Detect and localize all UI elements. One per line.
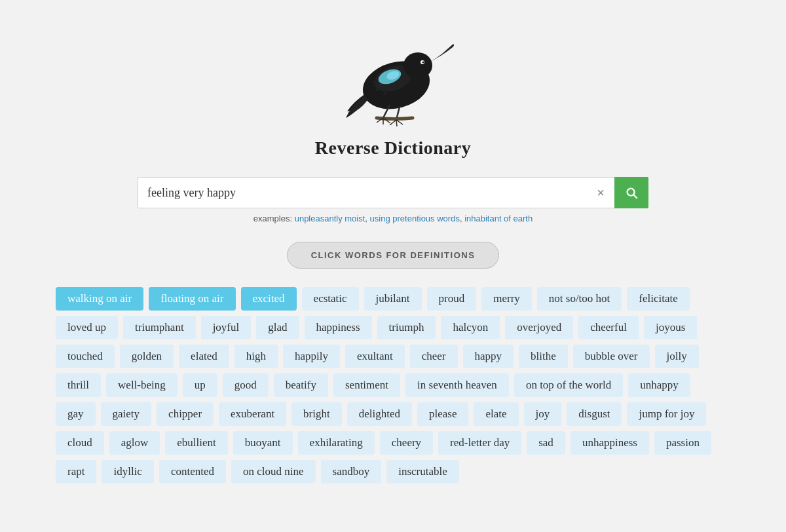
word-tag[interactable]: triumphant	[123, 316, 196, 339]
words-container: walking on airfloating on airexcitedecst…	[49, 287, 737, 484]
word-tag[interactable]: jubilant	[364, 287, 422, 311]
word-tag[interactable]: not so/too hot	[537, 287, 622, 311]
clear-button[interactable]: ×	[587, 177, 614, 208]
example-link-2[interactable]: using pretentious words	[370, 214, 460, 223]
word-tag[interactable]: unhappy	[628, 373, 690, 397]
word-tag[interactable]: joyful	[201, 316, 252, 339]
word-tag[interactable]: gaiety	[101, 402, 152, 426]
word-tag[interactable]: joyous	[644, 316, 697, 339]
word-tag[interactable]: chipper	[157, 402, 214, 426]
word-tag[interactable]: felicitate	[627, 287, 689, 311]
example-link-3[interactable]: inhabitant of earth	[464, 214, 533, 223]
word-tag[interactable]: walking on air	[56, 287, 143, 311]
word-tag[interactable]: glad	[256, 316, 299, 339]
word-tag[interactable]: ebullient	[165, 431, 227, 455]
word-tag[interactable]: golden	[120, 345, 174, 368]
bird-illustration	[321, 13, 465, 131]
word-tag[interactable]: happiness	[305, 316, 372, 339]
word-tag[interactable]: elated	[179, 345, 229, 368]
word-tag[interactable]: high	[234, 345, 278, 368]
word-tag[interactable]: please	[417, 402, 468, 426]
word-tag[interactable]: blithe	[519, 345, 568, 368]
search-icon	[624, 185, 639, 200]
word-tag[interactable]: well-being	[106, 373, 178, 397]
hint-button: CLICK WORDS FOR DEFINITIONS	[287, 242, 500, 269]
word-tag[interactable]: red-letter day	[438, 431, 521, 455]
word-tag[interactable]: joy	[524, 402, 562, 426]
search-row: ×	[138, 177, 648, 208]
word-tag[interactable]: excited	[241, 287, 297, 311]
word-tag[interactable]: unhappiness	[571, 431, 649, 455]
example-link-1[interactable]: unpleasantly moist	[295, 214, 365, 223]
word-tag[interactable]: triumph	[377, 316, 436, 339]
word-tag[interactable]: floating on air	[149, 287, 235, 311]
word-tag[interactable]: gay	[56, 402, 96, 426]
word-tag[interactable]: cheer	[410, 345, 458, 368]
word-tag[interactable]: halcyon	[441, 316, 500, 339]
word-tag[interactable]: beatify	[274, 373, 328, 397]
bird-svg	[328, 16, 458, 128]
word-tag[interactable]: ecstatic	[302, 287, 359, 311]
word-tag[interactable]: passion	[654, 431, 711, 455]
word-tag[interactable]: thrill	[56, 373, 101, 397]
word-tag[interactable]: aglow	[109, 431, 160, 455]
word-tag[interactable]: contented	[159, 460, 226, 484]
word-tag[interactable]: cheerful	[578, 316, 639, 339]
word-tag[interactable]: overjoyed	[505, 316, 573, 339]
svg-point-4	[403, 52, 432, 79]
svg-point-15	[379, 85, 381, 86]
word-tag[interactable]: exhilarating	[298, 431, 375, 455]
search-input[interactable]	[138, 177, 587, 208]
word-tag[interactable]: buoyant	[233, 431, 293, 455]
word-tag[interactable]: bubble over	[573, 345, 650, 368]
word-tag[interactable]: on top of the world	[514, 373, 623, 397]
word-tag[interactable]: cheery	[380, 431, 433, 455]
svg-line-14	[396, 120, 403, 124]
word-tag[interactable]: sad	[527, 431, 565, 455]
svg-point-17	[384, 93, 386, 94]
word-tag[interactable]: elate	[474, 402, 518, 426]
word-tag[interactable]: in seventh heaven	[405, 373, 509, 397]
word-tag[interactable]: touched	[56, 345, 115, 368]
word-tag[interactable]: loved up	[56, 316, 118, 339]
word-tag[interactable]: jolly	[655, 345, 699, 368]
examples-row: examples: unpleasantly moist, using pret…	[253, 214, 533, 223]
word-tag[interactable]: delighted	[347, 402, 412, 426]
word-tag[interactable]: exuberant	[219, 402, 286, 426]
word-tag[interactable]: proud	[427, 287, 477, 311]
word-tag[interactable]: rapt	[56, 460, 96, 484]
word-tag[interactable]: jump for joy	[627, 402, 706, 426]
svg-point-6	[422, 62, 424, 64]
word-tag[interactable]: exultant	[345, 345, 405, 368]
svg-line-12	[390, 120, 396, 125]
word-tag[interactable]: merry	[481, 287, 532, 311]
word-tag[interactable]: happy	[463, 345, 514, 368]
svg-point-16	[376, 89, 377, 90]
word-tag[interactable]: bright	[291, 402, 342, 426]
word-tag[interactable]: on cloud nine	[231, 460, 316, 484]
word-tag[interactable]: up	[183, 373, 217, 397]
word-tag[interactable]: disgust	[567, 402, 622, 426]
search-area: × examples: unpleasantly moist, using pr…	[0, 177, 786, 223]
word-tag[interactable]: idyllic	[102, 460, 153, 484]
search-button[interactable]	[614, 177, 648, 208]
word-tag[interactable]: sentiment	[333, 373, 400, 397]
word-tag[interactable]: cloud	[56, 431, 104, 455]
word-tag[interactable]: happily	[283, 345, 340, 368]
word-tag[interactable]: inscrutable	[386, 460, 459, 484]
examples-prefix: examples:	[253, 214, 292, 223]
word-tag[interactable]: good	[223, 373, 269, 397]
svg-point-18	[373, 81, 374, 83]
page-title: Reverse Dictionary	[315, 138, 471, 159]
word-tag[interactable]: sandboy	[321, 460, 382, 484]
